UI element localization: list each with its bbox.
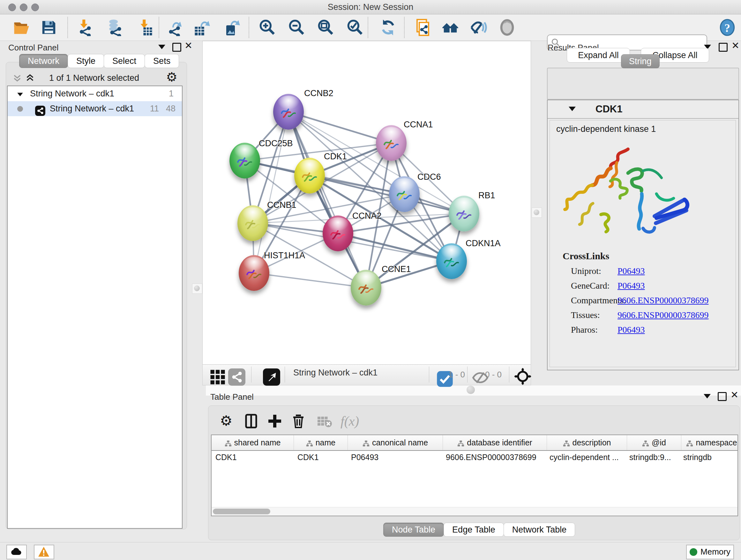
crosslink-link[interactable]: P06493 — [617, 266, 645, 276]
refresh-icon[interactable] — [380, 19, 397, 36]
zoom-in-icon[interactable] — [259, 19, 276, 36]
node-structure-thumbnail — [235, 151, 254, 172]
crosslinks-rows: Uniprot:P06493GeneCard:P06493Compartment… — [550, 266, 736, 339]
column-header-canonical-name[interactable]: canonical name — [348, 435, 443, 450]
close-panel-icon[interactable]: ✕ — [731, 42, 739, 49]
network-node-label-CCNE1: CCNE1 — [382, 264, 411, 274]
column-header-database-identifier[interactable]: database identifier — [443, 435, 547, 450]
table-data-row[interactable]: CDK1CDK1P064939606.ENSP00000378699cyclin… — [212, 451, 738, 463]
network-node-CDKN1A[interactable] — [436, 243, 467, 279]
results-tab-string[interactable]: String — [621, 54, 660, 68]
tab-edge-table[interactable]: Edge Table — [444, 523, 504, 537]
crosslink-link[interactable]: 9606.ENSP00000378699 — [617, 310, 709, 320]
network-node-RB1[interactable] — [449, 196, 479, 232]
network-node-CDK1[interactable] — [294, 158, 325, 193]
export-network-icon[interactable] — [166, 19, 184, 36]
grid-view-icon[interactable] — [209, 368, 222, 381]
zoom-out-icon[interactable] — [288, 19, 306, 36]
tab-node-table[interactable]: Node Table — [383, 523, 444, 537]
undock-panel-icon[interactable] — [718, 392, 727, 401]
table-cell[interactable]: CDK1 — [293, 451, 347, 463]
import-database-icon[interactable] — [106, 19, 123, 36]
warning-icon — [38, 547, 49, 557]
network-edge-CCNB2-HIST1H1A — [254, 112, 288, 273]
node-structure-thumbnail — [300, 166, 319, 186]
network-from-selection-icon[interactable] — [414, 19, 431, 36]
toolbar-separator — [429, 367, 429, 382]
warning-status-button[interactable] — [34, 545, 54, 559]
string-home-icon[interactable] — [442, 19, 459, 36]
show-columns-icon[interactable] — [244, 414, 259, 429]
right-splitter-handle[interactable] — [532, 207, 542, 218]
network-node-CDC6[interactable] — [389, 176, 420, 212]
network-collection-row[interactable]: String Network – cdk1 1 — [8, 86, 182, 101]
network-canvas[interactable]: CCNB2CCNA1CDC25BCDK1CDC6RB1CCNB1CCNA2CDK… — [202, 41, 531, 365]
column-header-description[interactable]: description — [547, 435, 627, 450]
column-header-@id[interactable]: @id — [627, 435, 681, 450]
tab-network-table[interactable]: Network Table — [503, 523, 576, 537]
float-panel-icon[interactable] — [704, 394, 711, 398]
table-cell[interactable]: CDK1 — [212, 451, 293, 463]
tab-network[interactable]: Network — [19, 54, 68, 68]
memory-button[interactable]: Memory — [686, 545, 734, 559]
birds-eye-view-icon[interactable] — [263, 368, 276, 381]
network-row-selected[interactable]: String Network – cdk1 11 48 — [8, 101, 182, 116]
column-header-namespace[interactable]: namespace — [681, 435, 741, 450]
network-node-CDC25B[interactable] — [229, 143, 260, 179]
close-panel-icon[interactable]: ✕ — [731, 391, 738, 398]
table-cell[interactable]: stringdb:9... — [625, 451, 679, 463]
zoom-selected-icon[interactable] — [347, 19, 364, 36]
import-network-icon[interactable] — [76, 19, 93, 36]
table-options-gear-icon[interactable]: ⚙ — [220, 414, 235, 429]
undock-panel-icon[interactable] — [172, 43, 181, 52]
table-cell[interactable]: cyclin-dependent ... — [546, 451, 625, 463]
export-image-icon[interactable] — [223, 19, 241, 36]
crosslink-row: GeneCard:P06493 — [550, 281, 736, 295]
cloud-status-button[interactable] — [6, 545, 27, 559]
expand-all-button[interactable]: Expand All — [567, 48, 630, 63]
save-session-icon[interactable] — [40, 19, 57, 36]
collection-count: 1 — [169, 86, 174, 101]
collection-expand-arrow-icon[interactable] — [17, 86, 23, 102]
tab-sets[interactable]: Sets — [145, 54, 179, 68]
hide-selected-eye-icon[interactable] — [470, 19, 487, 36]
network-options-gear-icon[interactable]: ⚙ — [166, 70, 178, 84]
open-session-icon[interactable] — [13, 19, 30, 36]
create-column-plus-icon[interactable] — [267, 414, 282, 429]
table-cell[interactable]: stringdb — [679, 451, 740, 463]
table-cell[interactable]: 9606.ENSP00000378699 — [442, 451, 546, 463]
tab-style[interactable]: Style — [68, 54, 104, 68]
export-table-icon[interactable] — [193, 19, 211, 36]
network-node-CCNB2[interactable] — [273, 94, 304, 130]
network-node-CCNA1[interactable] — [376, 125, 407, 161]
hidden-eye-slash-icon — [472, 369, 483, 381]
cloud-icon — [10, 547, 22, 556]
selected-checkbox-icon[interactable] — [436, 370, 445, 379]
left-splitter-handle[interactable] — [192, 284, 202, 294]
column-header-name[interactable]: name — [294, 435, 348, 450]
network-node-CCNB1[interactable] — [238, 205, 268, 241]
delete-column-trash-icon[interactable] — [291, 414, 306, 429]
crosslink-link[interactable]: 9606.ENSP00000378699 — [617, 295, 709, 306]
table-cell[interactable]: P06493 — [347, 451, 442, 463]
undock-panel-icon[interactable] — [719, 43, 728, 52]
crosslink-link[interactable]: P06493 — [617, 281, 645, 291]
network-share-view-icon[interactable] — [228, 368, 241, 381]
gene-section-header[interactable]: CDK1 — [548, 100, 738, 119]
close-panel-icon[interactable]: ✕ — [185, 42, 192, 49]
crosslink-link[interactable]: P06493 — [617, 325, 645, 335]
tab-select[interactable]: Select — [104, 54, 145, 68]
node-structure-thumbnail — [279, 102, 298, 123]
scrollbar-thumb[interactable] — [213, 509, 270, 514]
fit-selected-crosshair-icon[interactable] — [514, 368, 528, 382]
help-icon[interactable]: ? — [719, 19, 736, 36]
zoom-fit-icon[interactable] — [317, 19, 334, 36]
network-node-CCNA2[interactable] — [323, 215, 353, 251]
toolbar-separator — [285, 367, 285, 382]
network-node-CCNE1[interactable] — [351, 270, 381, 306]
column-header-shared-name[interactable]: shared name — [212, 435, 294, 450]
float-panel-icon[interactable] — [158, 45, 165, 49]
import-table-icon[interactable] — [136, 19, 153, 36]
show-all-eye-icon[interactable] — [498, 19, 516, 36]
network-node-label-CDK1: CDK1 — [324, 152, 347, 162]
